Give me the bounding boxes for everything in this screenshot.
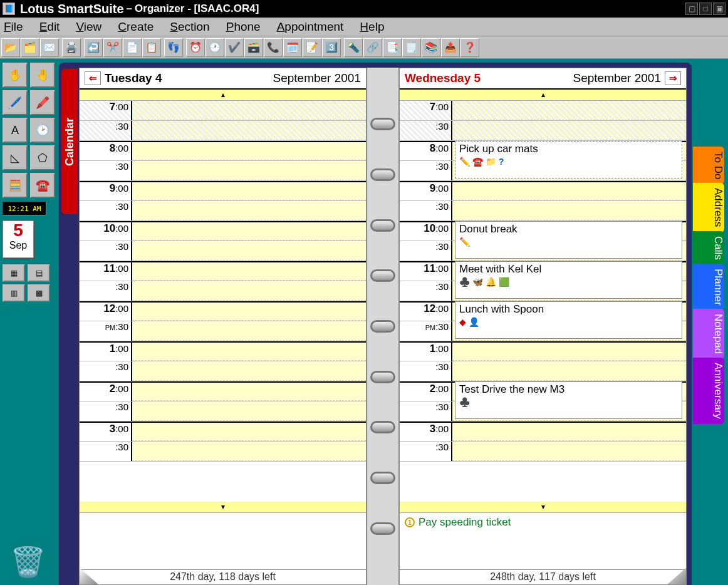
scroll-up-right[interactable]: ▴ [400,90,686,101]
link-button[interactable]: 🔗 [363,38,382,57]
menu-view[interactable]: View [76,20,101,34]
scroll-up-left[interactable]: ▴ [80,90,366,101]
note-button[interactable]: 📝 [303,38,321,57]
date-button[interactable]: 3️⃣ [322,38,341,57]
phone-tool[interactable]: ☎️ [30,173,55,198]
next-day-button[interactable]: ⇒ [665,71,681,85]
tab-todo[interactable]: To Do [693,147,724,184]
menu-help[interactable]: Help [360,20,384,34]
flashlight-button[interactable]: 🔦 [344,38,363,57]
left-month-label: September 2001 [273,71,361,85]
tab-address[interactable]: Address [693,183,724,232]
right-time-grid[interactable]: 7:00 :30 8:00 :30 9:00 :30 10:00 :30 11:… [400,101,686,502]
maximize-button[interactable]: □ [699,3,712,15]
help-button[interactable]: ❓ [460,38,479,57]
right-day-label: Wednesday 5 [405,71,481,85]
stamp-button[interactable]: 👣 [164,38,183,57]
shape-tool[interactable]: ◺ [3,145,28,170]
right-page: Wednesday 5 September 2001 ⇒ ▴ 7:00 :30 … [399,68,687,585]
appointment-kel[interactable]: Meet with Kel Kel ♣️ 🦋 🔔 🟩 [455,261,682,299]
tag-icon: 🟩 [499,277,509,287]
filter-button[interactable]: 📑 [383,38,402,57]
appointment-m3[interactable]: Test Drive the new M3 ♣️ [455,381,682,419]
minimize-button[interactable]: ▢ [685,3,698,15]
pen-tool[interactable]: 🖊️ [3,90,28,115]
app-title: Lotus SmartSuite [20,2,124,16]
check-button[interactable]: ✔️ [225,38,244,57]
menu-phone[interactable]: Phone [226,20,261,34]
menu-file[interactable]: File [4,20,23,34]
view-workweek-button[interactable]: ▤ [28,264,50,282]
trash-icon[interactable]: 🗑️ [10,545,46,579]
menu-appointment[interactable]: Appointment [277,20,344,34]
left-page: ⇐ Tuesday 4 September 2001 ▴ 7:00 :30 8:… [79,68,367,585]
phone-icon: ☎️ [472,157,483,167]
person-icon: 👤 [469,317,479,327]
clock-tool[interactable]: 🕑 [30,118,55,143]
toolbar: 📂 🗂️ ✉️ 🖨️ ↩️ ✂️ 📄 📋 👣 ⏰ 🕐 ✔️ 🗃️ 📞 🗓️ 📝 … [0,36,728,59]
appointment-spoon[interactable]: Lunch with Spoon ◆ 👤 [455,301,682,339]
alarm-button[interactable]: ⏰ [186,38,205,57]
mail-button[interactable]: ✉️ [40,38,59,57]
tab-planner[interactable]: Planner [693,264,724,311]
view-day-button[interactable]: ▦ [3,264,25,282]
book-button[interactable]: 📚 [422,38,440,57]
open-button[interactable]: 📂 [1,38,20,57]
tab-anniversary[interactable]: Anniversary [693,358,724,424]
notepad-button[interactable]: 🗒️ [402,38,421,57]
bell-icon: 🔔 [486,277,496,287]
title-sep: – [127,3,132,15]
view-week-button[interactable]: ▥ [3,284,25,302]
prev-day-button[interactable]: ⇐ [85,71,101,85]
highlighter-tool[interactable]: 🖍️ [30,90,55,115]
phone-button[interactable]: 📞 [264,38,283,57]
section-tabs: To Do Address Calls Planner Notepad Anni… [693,147,724,423]
folder-icon: 📁 [486,157,496,167]
todo-item[interactable]: 1 Pay speeding ticket [400,513,686,532]
menu-bar: File Edit View Create Section Phone Appo… [0,18,728,36]
copy-button[interactable]: 📄 [123,38,142,57]
menu-edit[interactable]: Edit [39,20,60,34]
calculator-tool[interactable]: 🧮 [3,173,28,198]
scroll-down-left[interactable]: ▾ [80,502,366,513]
menu-create[interactable]: Create [118,20,153,34]
tab-notepad[interactable]: Notepad [693,309,724,359]
clock-button[interactable]: 🕐 [205,38,224,57]
left-footer: 247th day, 118 days left [80,569,366,584]
tab-calls[interactable]: Calls [693,231,724,265]
binder-spine [367,68,399,585]
clock-display: 12:21 AM [3,202,46,215]
text-tool[interactable]: A [3,118,28,143]
house-tool[interactable]: ⬠ [30,145,55,170]
hand-tool[interactable]: ✋ [3,63,28,88]
butterfly-icon: 🦋 [472,277,483,287]
planner-button[interactable]: 🗓️ [283,38,302,57]
date-pad[interactable]: 5 Sep [3,220,34,258]
left-time-grid[interactable]: 7:00 :30 8:00 :30 9:00 :30 10:00 :30 11:… [80,101,366,502]
appointment-car-mats[interactable]: Pick up car mats ✏️ ☎️ 📁 ? [455,141,682,179]
tool-palette: ✋ 🤚 🖊️ 🖍️ A 🕑 ◺ ⬠ 🧮 ☎️ 12:21 AM 5 Sep ▦ … [0,59,59,585]
open-folder-button[interactable]: 🗂️ [21,38,39,57]
priority-icon: 1 [405,517,415,527]
paste-button[interactable]: 📋 [142,38,161,57]
left-day-label: Tuesday 4 [105,71,162,85]
view-month-button[interactable]: ▩ [28,284,50,302]
appointment-donut[interactable]: Donut break ✏️ [455,221,682,259]
close-button[interactable]: ▣ [713,3,725,15]
card-button[interactable]: 🗃️ [244,38,263,57]
menu-section[interactable]: Section [170,20,209,34]
calendar-tab[interactable]: Calendar [61,69,78,214]
print-button[interactable]: 🖨️ [62,38,81,57]
diamond-icon: ◆ [459,317,466,327]
pencil-icon: ✏️ [459,157,470,167]
club-icon: ♣️ [459,277,470,287]
app-icon: 📘 [3,3,15,15]
cut-button[interactable]: ✂️ [103,38,122,57]
undo-button[interactable]: ↩️ [84,38,103,57]
datepad-month: Sep [3,240,33,251]
titlebar: 📘 Lotus SmartSuite – Organizer - [ISAAC.… [0,0,728,18]
scroll-down-right[interactable]: ▾ [400,502,686,513]
grab-tool[interactable]: 🤚 [30,63,55,88]
right-month-label: September 2001 [573,71,662,85]
export-button[interactable]: 📤 [441,38,460,57]
